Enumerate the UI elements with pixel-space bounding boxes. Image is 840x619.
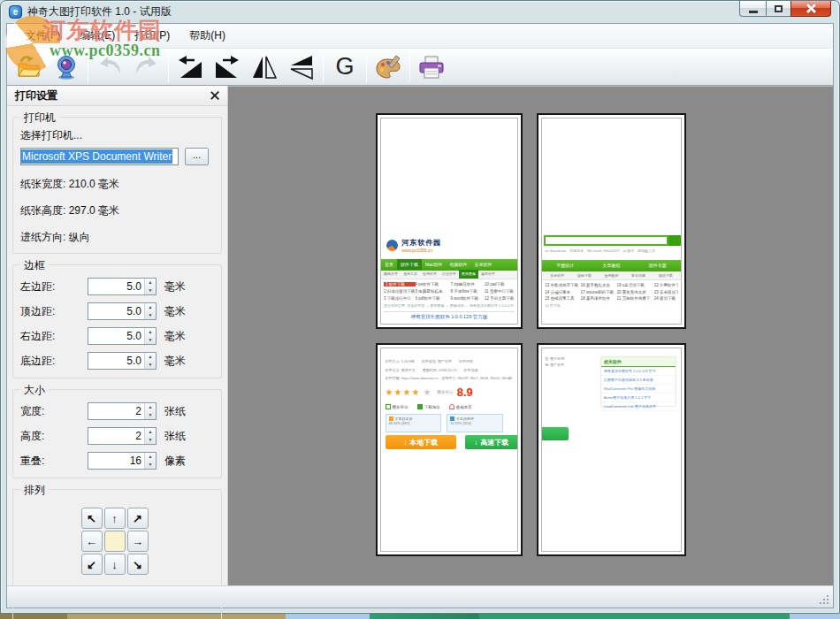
rotate-left-button[interactable] — [172, 50, 208, 84]
rating-row: ★★★★ ★ 网友评分: 8.9 — [381, 385, 517, 399]
margin-spinbox[interactable]: 5.0 ▲▼ — [88, 278, 157, 295]
margin-unit: 毫米 — [164, 354, 186, 369]
status-bar — [7, 585, 833, 608]
menu-item[interactable]: 编辑(E) — [70, 25, 125, 47]
panel-header: 打印设置 — [7, 86, 227, 106]
print-button[interactable] — [414, 50, 449, 84]
search-box — [544, 235, 668, 246]
arrange-arrow-button[interactable]: ↑ — [104, 508, 126, 529]
size-value: 2 — [88, 428, 144, 444]
caption-buttons — [739, 1, 831, 17]
margin-label: 顶边距: — [20, 304, 75, 319]
feed-direction-label: 进纸方向: 纵向 — [20, 230, 214, 245]
close-button[interactable] — [790, 1, 831, 17]
flip-vertical-button[interactable] — [284, 50, 319, 84]
camera-button[interactable] — [49, 50, 84, 84]
preview-area[interactable]: 河东软件园www.pc0359.cn 首页软件下载Mac软件电脑软件安卓软件 网… — [228, 86, 833, 585]
site-note: 14 官方版 — [542, 303, 681, 310]
spin-up-icon: ▲ — [145, 428, 156, 436]
margin-spinbox[interactable]: 5.0 ▲▼ — [88, 302, 157, 320]
printer-name-input[interactable]: Microsoft XPS Document Writer — [20, 148, 179, 165]
panel-close-icon[interactable] — [210, 91, 219, 100]
size-spinbox[interactable]: 16 ▲▼ — [88, 452, 157, 470]
arrange-arrow-button[interactable]: ↙ — [81, 554, 103, 575]
printer-name-value: Microsoft XPS Document Writer — [21, 149, 172, 164]
action-icon — [449, 404, 454, 409]
flip-horizontal-button[interactable] — [247, 50, 282, 84]
arrange-arrow-button[interactable]: → — [127, 531, 149, 552]
undo-icon — [96, 56, 123, 79]
palette-button[interactable] — [370, 50, 406, 84]
undo-button — [92, 50, 127, 84]
menu-item[interactable]: 帮助(H) — [179, 25, 235, 47]
size-row: 重叠: 16 ▲▼ 像素 — [20, 452, 214, 470]
paper-width-label: 纸张宽度: 210.0 毫米 — [20, 177, 214, 192]
spin-up-icon: ▲ — [145, 279, 156, 287]
toolbar-separator — [88, 52, 88, 82]
margin-spinbox[interactable]: 5.0 ▲▼ — [88, 327, 157, 345]
info-fragments: 别: 图片处理统: 国产软件 — [542, 356, 598, 372]
download-buttons: ↓本地下载 ↓高速下载 — [381, 435, 517, 449]
spin-up-icon: ▲ — [145, 353, 156, 361]
size-spinbox[interactable]: 2 ▲▼ — [88, 427, 157, 445]
site-links: 13 谷歌浏览器下载16 新手教程大全19 u盘启动下载22 常用软件下14 云… — [542, 281, 681, 302]
margins-group-legend: 边框 — [20, 258, 49, 273]
action-icon — [417, 404, 423, 409]
paper-height-label: 纸张高度: 297.0 毫米 — [20, 203, 214, 218]
download-arrow-icon: ↓ — [403, 439, 407, 447]
margin-value: 5.0 — [88, 328, 144, 344]
panel-title: 打印设置 — [15, 88, 57, 103]
spin-down-icon: ▼ — [145, 287, 156, 294]
site-logo-icon — [386, 240, 398, 251]
spin-up-icon: ▲ — [145, 453, 156, 461]
margin-unit: 毫米 — [164, 304, 186, 319]
minimize-button[interactable] — [739, 1, 766, 17]
margin-spinbox[interactable]: 5.0 ▲▼ — [88, 352, 157, 370]
arrange-arrow-button[interactable]: ↗ — [127, 508, 149, 529]
action-icon — [386, 404, 391, 409]
related-link: 亿图图片批量转换器 4.1 免安装 — [601, 376, 676, 385]
arrange-arrow-button[interactable]: ↓ — [104, 554, 126, 575]
margin-row: 右边距: 5.0 ▲▼ 毫米 — [20, 327, 214, 345]
rotate-right-button[interactable] — [210, 50, 245, 84]
size-group: 大小 宽度: 2 ▲▼ 张纸 — [12, 389, 222, 478]
close-icon — [806, 3, 817, 14]
site-search — [542, 235, 681, 246]
open-button[interactable] — [11, 50, 47, 84]
margin-row: 左边距: 5.0 ▲▼ 毫米 — [20, 278, 214, 295]
browse-printer-button[interactable]: ... — [185, 148, 209, 165]
size-label: 重叠: — [20, 454, 75, 469]
preview-page-1: 河东软件园www.pc0359.cn 首页软件下载Mac软件电脑软件安卓软件 网… — [376, 113, 523, 329]
rating-value: 8.9 — [457, 386, 473, 399]
arrange-arrow-button[interactable]: ↘ — [127, 554, 149, 575]
preview-page-4: 别: 图片处理统: 国产软件 相关软件 神奇竖排长图软件 1.0.0.129 官… — [537, 343, 686, 556]
menu-item[interactable]: 文件(F) — [16, 25, 70, 47]
window-titlebar[interactable]: e 神奇大图打印软件 1.0 - 试用版 — [1, 1, 839, 23]
toolbar-separator — [409, 52, 410, 82]
arrange-arrow-button[interactable]: ← — [81, 531, 103, 552]
fast-download-button: ↓高速下载 — [465, 435, 517, 449]
window-title: 神奇大图打印软件 1.0 - 试用版 — [27, 4, 172, 19]
printer-group: 打印机 选择打印机... Microsoft XPS Document Writ… — [12, 117, 222, 254]
site-subnav: 安卓软件绿色下载使用教程常见问题驱动下载 — [542, 272, 681, 280]
resize-grip[interactable] — [818, 593, 829, 604]
spin-down-icon: ▼ — [145, 436, 156, 444]
size-label: 宽度: — [20, 404, 75, 419]
related-software-box: 相关软件 神奇竖排长图软件 1.0.0.129 官方亿图图片批量转换器 4.1 … — [600, 356, 676, 407]
related-link: Acme图片转换大师 1.0.1 官方 — [601, 394, 676, 402]
menu-item[interactable]: 打印(P) — [125, 25, 179, 47]
g-button[interactable]: G — [327, 50, 363, 84]
hot-link: 1 软件下载 — [384, 282, 415, 287]
redo-button — [129, 50, 164, 84]
arrange-arrow-button[interactable] — [104, 531, 126, 552]
arrange-arrow-button[interactable]: ↖ — [81, 508, 103, 529]
preview-page-3: 软件大小: 5.46 MB 软件类别: 国产软件 软件授权软件语言: 简体中文 … — [376, 343, 523, 556]
related-title: 相关软件 — [601, 357, 676, 367]
size-spinbox[interactable]: 2 ▲▼ — [88, 402, 157, 420]
app-icon: e — [9, 5, 22, 19]
maximize-button[interactable] — [766, 1, 790, 17]
camera-icon — [54, 55, 79, 80]
spin-up-icon: ▲ — [145, 328, 156, 336]
site-logo: 河东软件园www.pc0359.cn — [381, 233, 517, 258]
fast-download-button-fragment — [542, 427, 569, 440]
